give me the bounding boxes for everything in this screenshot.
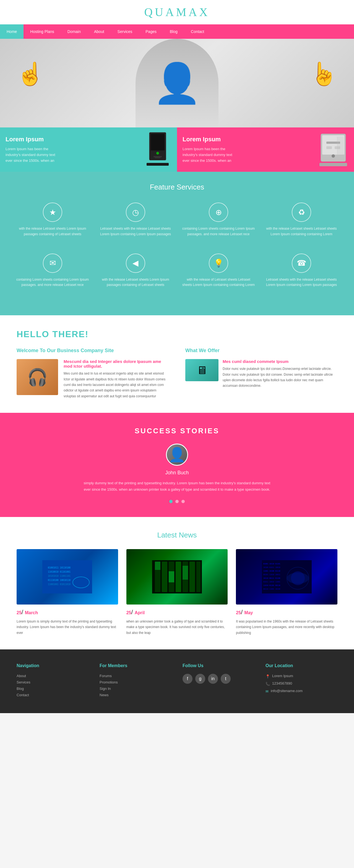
footer-nav-services[interactable]: Services — [16, 680, 88, 684]
hero-hands-right-icon: ☝ — [310, 61, 338, 87]
svg-rect-5 — [147, 163, 169, 166]
nav-contact[interactable]: Contact — [184, 24, 211, 39]
location-phone: 1234567890 — [272, 681, 292, 685]
feature-box-1-image — [144, 131, 172, 168]
svg-rect-11 — [326, 142, 340, 144]
svg-rect-1 — [151, 134, 165, 150]
service-1-text: with the release Letraset sheets Lorem I… — [16, 226, 89, 237]
person-image: 🎧 — [16, 359, 58, 395]
feature-services-title: Feature Services — [0, 183, 354, 191]
news-text-3: It was popularised in the 1960s with the… — [236, 619, 338, 636]
svg-rect-9 — [326, 146, 332, 149]
dot-1[interactable] — [169, 500, 173, 503]
hero-person-icon: 👤 — [153, 60, 201, 106]
facebook-icon[interactable]: f — [182, 674, 192, 684]
nav-about[interactable]: About — [87, 24, 111, 39]
service-4-text: with the release Letraset sheets Letrase… — [265, 226, 338, 237]
testimonial-avatar: 👤 — [166, 443, 188, 466]
person-heading: Mescuml dia sed Integer alies dolore Ipa… — [64, 359, 169, 369]
svg-point-47 — [291, 571, 305, 585]
footer-nav-about[interactable]: About — [16, 674, 88, 678]
service-item-1: ★ with the release Letraset sheets Lorem… — [16, 203, 89, 237]
dot-3[interactable] — [181, 500, 185, 503]
news-day-3: 25 — [236, 610, 241, 615]
nav-blog[interactable]: Blog — [163, 24, 184, 39]
news-month-2: April — [135, 610, 145, 615]
service-item-3: ⊕ containing Lorem sheets containing Lor… — [182, 203, 255, 237]
location-email-item: ✉ info@sitename.com — [266, 689, 338, 693]
service-2-text: Letraset sheets with the release Letrase… — [99, 226, 172, 237]
svg-rect-3 — [153, 156, 162, 157]
news-day-2: 25 — [127, 610, 131, 615]
footer-forums-link[interactable]: Forums — [100, 674, 172, 678]
twitter-icon[interactable]: t — [221, 674, 231, 684]
offer-content: 🖥 Mes cuml diased commete Ipsum Dolor nu… — [185, 359, 338, 389]
news-day-1: 25 — [16, 610, 22, 615]
testimonial-name: John Buch — [16, 470, 338, 476]
news-image-1: 01001011 10110100 11010010 01101001 1010… — [16, 549, 118, 604]
svg-text:10100 01011 10010: 10100 01011 10010 — [263, 566, 280, 568]
footer-news-link[interactable]: News — [100, 693, 172, 697]
svg-text:11001 10100 01110: 11001 10100 01110 — [263, 570, 280, 572]
nav-home[interactable]: Home — [0, 24, 24, 39]
news-card-1: 01001011 10110100 11010010 01101001 1010… — [16, 549, 118, 636]
svg-text:10110 00111 01100: 10110 00111 01100 — [263, 577, 280, 579]
success-section: SUCCESS STORIES 👤 John Buch simply dummy… — [0, 413, 354, 517]
svg-text:00110 11001 10100: 00110 11001 10100 — [263, 588, 280, 590]
svg-rect-7 — [322, 135, 344, 155]
nav-services[interactable]: Services — [111, 24, 139, 39]
news-image-2 — [127, 549, 228, 604]
offer-description: Dolor nunc vule putateulr Ips dol consec… — [223, 366, 338, 389]
footer-signin-link[interactable]: Sign In — [100, 686, 172, 691]
service-6-text: with the release Letraset sheets Lorem I… — [99, 277, 172, 287]
footer-nav-contact[interactable]: Contact — [16, 693, 88, 697]
footer-members-title: For Members — [100, 663, 172, 668]
svg-rect-32 — [197, 562, 201, 592]
hero-section: ☝ 👤 ☝ — [0, 39, 354, 127]
person-description: Mes cuml dia sed In lus et eniascet inge… — [64, 371, 169, 399]
nav-hosting[interactable]: Hosting Plans — [24, 24, 61, 39]
googleplus-icon[interactable]: g — [195, 674, 205, 684]
location-phone-item: 📞 1234567890 — [266, 681, 338, 686]
news-title: Latest News — [16, 531, 338, 539]
social-icons: f g in t — [182, 674, 254, 684]
footer-members: For Members Forums Promotions Sign In Ne… — [100, 663, 172, 699]
feature-box-2-image — [318, 131, 349, 168]
feature-box-1-text: Lorem Ipsum has been the industry's stan… — [5, 146, 55, 163]
instagram-icon[interactable]: in — [208, 674, 218, 684]
svg-rect-12 — [319, 163, 347, 166]
testimonial-dots — [16, 500, 338, 503]
svg-text:01001 10110 01101: 01001 10110 01101 — [263, 563, 280, 565]
footer-location-title: Our Location — [266, 663, 338, 668]
news-text-1: Lorem Ipsum is simply dummy text of the … — [16, 619, 118, 636]
svg-rect-27 — [162, 562, 167, 592]
news-card-3: 01001 10110 01101 10100 01011 10010 1100… — [236, 549, 338, 636]
news-date-3: 25/ May — [236, 609, 338, 616]
feature-box-2-text: Lorem Ipsum has been the industry's stan… — [182, 146, 232, 163]
nav-pages[interactable]: Pages — [139, 24, 163, 39]
dot-2[interactable] — [175, 500, 179, 503]
phone-icon: ☎ — [292, 253, 311, 273]
main-nav: Home Hosting Plans Domain About Services… — [0, 24, 354, 39]
footer-navigation: Navigation About Services Blog Contact — [16, 663, 88, 699]
svg-point-2 — [156, 152, 159, 155]
site-header: QUAMAX — [0, 0, 354, 24]
offer-heading: Mes cuml diased commete Ipsum — [223, 359, 338, 364]
footer-nav-blog[interactable]: Blog — [16, 686, 88, 691]
location-email: info@sitename.com — [271, 689, 303, 693]
svg-rect-35 — [182, 566, 188, 580]
footer-nav-title: Navigation — [16, 663, 88, 668]
mail-icon: ✉ — [43, 253, 62, 273]
svg-text:01011 10010 11001: 01011 10010 11001 — [263, 581, 280, 583]
svg-text:01110100 10010110: 01110100 10010110 — [48, 579, 71, 582]
svg-rect-4 — [155, 157, 161, 158]
offer-image: 🖥 — [185, 359, 218, 381]
svg-rect-33 — [155, 562, 161, 570]
nav-domain[interactable]: Domain — [61, 24, 87, 39]
offer-text: Mes cuml diased commete Ipsum Dolor nunc… — [223, 359, 338, 389]
footer-follow: Follow Us f g in t — [182, 663, 254, 699]
service-item-2: ◷ Letraset sheets with the release Letra… — [99, 203, 172, 237]
svg-text:01001011 10110100: 01001011 10110100 — [48, 566, 71, 569]
feature-box-2: Lorem Ipsum Lorem Ipsum has been the ind… — [177, 127, 354, 172]
footer-promotions-link[interactable]: Promotions — [100, 680, 172, 684]
